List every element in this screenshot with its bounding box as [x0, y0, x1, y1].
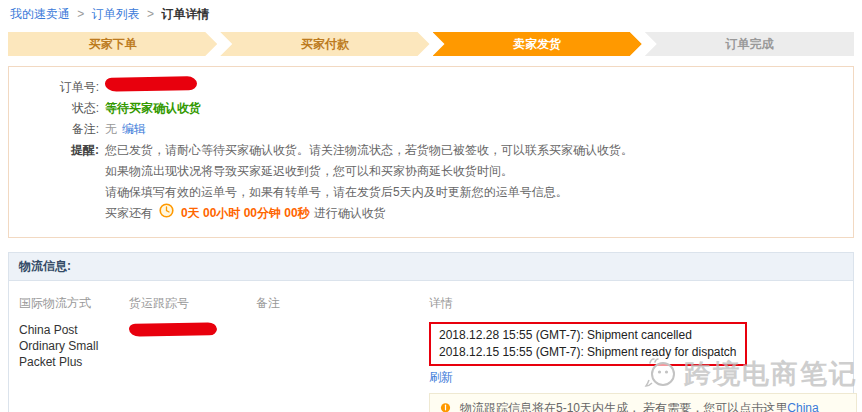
order-note-value: 无 [105, 119, 117, 140]
order-progress-steps: 买家下单 买家付款 卖家发货 订单完成 [8, 32, 854, 56]
reminder-row-2: 如果物流出现状况将导致买家延迟收到货，您可以和买家协商延长收货时间。 [19, 161, 843, 182]
order-info-panel: 订单号: 状态: 等待买家确认收货 备注: 无 编辑 提醒: 您已发货，请耐心等… [8, 66, 854, 238]
step-order-complete: 订单完成 [645, 32, 854, 56]
note-cell [256, 322, 429, 412]
order-number-label: 订单号: [19, 77, 99, 98]
order-status-label: 状态: [19, 98, 99, 119]
detail-cell: 2018.12.28 15:55 (GMT-7): Shipment cance… [429, 322, 857, 412]
logistics-panel: 物流信息: 国际物流方式 货运跟踪号 备注 详情 China Post Ordi… [8, 252, 854, 412]
step-seller-shipped: 卖家发货 [433, 32, 642, 56]
reminder-line: 您已发货，请耐心等待买家确认收货。请关注物流状态，若货物已被签收，可以联系买家确… [105, 140, 633, 161]
order-detail-page: 我的速卖通 > 订单列表 > 订单详情 买家下单 买家付款 卖家发货 订单完成 … [0, 0, 862, 412]
logistics-table-header: 国际物流方式 货运跟踪号 备注 详情 [19, 295, 843, 312]
tracking-number-cell [129, 322, 256, 412]
breadcrumb-separator: > [77, 7, 84, 21]
col-header-detail: 详情 [429, 295, 843, 312]
tracking-number-redaction [129, 323, 217, 338]
reminder-row-1: 提醒: 您已发货，请耐心等待买家确认收货。请关注物流状态，若货物已被签收，可以联… [19, 140, 843, 161]
logistics-table-row: China Post Ordinary Small Packet Plus 20… [19, 322, 843, 412]
breadcrumb-link-order-list[interactable]: 订单列表 [92, 7, 140, 21]
order-status-row: 状态: 等待买家确认收货 [19, 98, 843, 119]
shipment-event: 2018.12.28 15:55 (GMT-7): Shipment cance… [439, 327, 737, 344]
countdown-value: 0天 00小时 00分钟 00秒 [181, 203, 310, 225]
shipment-events-highlight: 2018.12.28 15:55 (GMT-7): Shipment cance… [429, 322, 747, 366]
countdown-suffix: 进行确认收货 [314, 203, 386, 225]
breadcrumb-link-my-aliexpress[interactable]: 我的速卖通 [10, 7, 70, 21]
breadcrumb: 我的速卖通 > 订单列表 > 订单详情 [0, 0, 862, 23]
shipping-method-value: China Post Ordinary Small Packet Plus [19, 322, 129, 412]
edit-note-link[interactable]: 编辑 [122, 119, 146, 140]
reminder-label: 提醒: [19, 140, 99, 161]
lightbulb-icon [440, 403, 451, 412]
breadcrumb-current: 订单详情 [161, 7, 209, 21]
reminder-line: 请确保填写有效的运单号，如果有转单号，请在发货后5天内及时更新您的运单号信息。 [105, 182, 568, 203]
tip-text: 物流跟踪信息将在5-10天内生成， 若有需要，您可以点击这里 [460, 401, 787, 412]
tracking-tip-box: 物流跟踪信息将在5-10天内生成， 若有需要，您可以点击这里China Post… [429, 393, 857, 412]
order-status-value: 等待买家确认收货 [105, 98, 201, 119]
clock-icon [159, 203, 174, 225]
order-number-redaction [105, 76, 197, 92]
breadcrumb-separator: > [147, 7, 154, 21]
refresh-link[interactable]: 刷新 [429, 369, 453, 386]
reminder-line: 如果物流出现状况将导致买家延迟收到货，您可以和买家协商延长收货时间。 [105, 161, 513, 182]
step-buyer-paid: 买家付款 [220, 32, 429, 56]
col-header-note: 备注 [256, 295, 429, 312]
step-buyer-ordered: 买家下单 [8, 32, 217, 56]
countdown-prefix: 买家还有 [105, 203, 153, 225]
shipment-event: 2018.12.15 15:55 (GMT-7): Shipment ready… [439, 344, 737, 361]
order-note-row: 备注: 无 编辑 [19, 119, 843, 140]
order-note-label: 备注: [19, 119, 99, 140]
logistics-body: 国际物流方式 货运跟踪号 备注 详情 China Post Ordinary S… [9, 281, 853, 412]
confirm-countdown-row: 买家还有 0天 00小时 00分钟 00秒 进行确认收货 [19, 203, 843, 225]
col-header-shipping-method: 国际物流方式 [19, 295, 129, 312]
logistics-section-title: 物流信息: [9, 253, 853, 281]
col-header-tracking-number: 货运跟踪号 [129, 295, 256, 312]
reminder-row-3: 请确保填写有效的运单号，如果有转单号，请在发货后5天内及时更新您的运单号信息。 [19, 182, 843, 203]
order-number-row: 订单号: [19, 77, 843, 98]
